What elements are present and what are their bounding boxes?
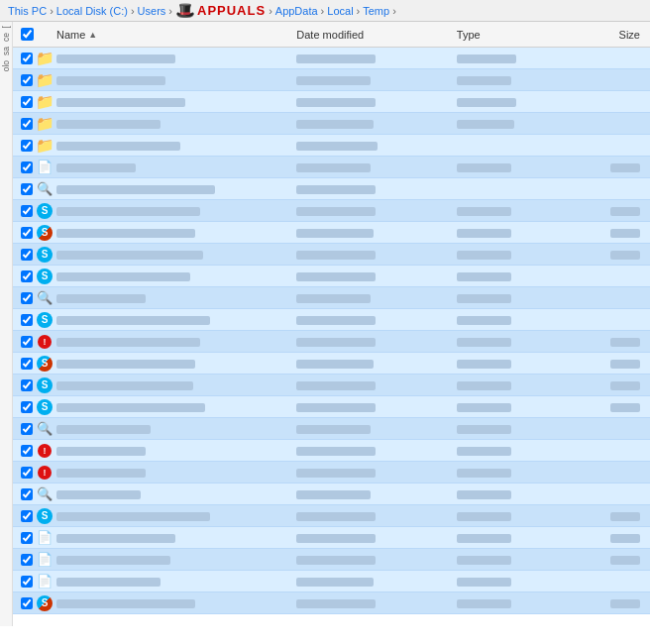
red-circle-icon: ! bbox=[36, 464, 54, 482]
col-date-header[interactable]: Date modified bbox=[296, 29, 457, 41]
row-checkbox[interactable] bbox=[21, 270, 33, 282]
row-checkbox[interactable] bbox=[21, 576, 33, 588]
row-checkbox[interactable] bbox=[21, 249, 33, 261]
row-name-cell bbox=[53, 554, 296, 566]
row-check-cell: S bbox=[17, 507, 53, 525]
table-row[interactable]: 📄 bbox=[13, 527, 650, 549]
table-row[interactable]: 🔍 bbox=[13, 287, 650, 309]
table-row[interactable]: S bbox=[13, 375, 650, 396]
row-name-cell bbox=[53, 379, 296, 391]
skype-multi-icon: S bbox=[36, 224, 54, 242]
row-check-cell: S bbox=[17, 398, 53, 416]
row-checkbox[interactable] bbox=[21, 488, 33, 500]
table-row[interactable]: S bbox=[13, 353, 650, 375]
sep4: › bbox=[269, 5, 272, 17]
row-check-cell: S bbox=[17, 268, 53, 285]
row-checkbox[interactable] bbox=[21, 554, 33, 566]
row-checkbox[interactable] bbox=[21, 314, 33, 326]
row-checkbox[interactable] bbox=[21, 161, 33, 173]
table-row[interactable]: 📁 bbox=[13, 48, 650, 69]
table-row[interactable]: S bbox=[13, 266, 650, 287]
row-type-cell bbox=[457, 292, 577, 304]
table-row[interactable]: 🔍 bbox=[13, 418, 650, 440]
row-type-cell bbox=[457, 314, 577, 326]
row-size-cell bbox=[577, 249, 646, 261]
row-checkbox[interactable] bbox=[21, 336, 33, 348]
breadcrumb-users[interactable]: Users bbox=[138, 5, 166, 17]
row-name-cell bbox=[53, 183, 296, 195]
table-row[interactable]: ! bbox=[13, 331, 650, 353]
table-row[interactable]: 📄 bbox=[13, 157, 650, 178]
row-checkbox[interactable] bbox=[21, 118, 33, 130]
table-row[interactable]: ! bbox=[13, 440, 650, 462]
row-type-cell bbox=[457, 249, 577, 261]
row-name-cell bbox=[53, 74, 296, 86]
row-type-cell bbox=[457, 467, 577, 479]
table-row[interactable]: 🔍 bbox=[13, 483, 650, 505]
col-name-header[interactable]: Name ▲ bbox=[53, 29, 296, 41]
row-checkbox[interactable] bbox=[21, 74, 33, 86]
breadcrumb-localdisk[interactable]: Local Disk (C:) bbox=[56, 5, 128, 17]
row-type-cell bbox=[457, 205, 577, 217]
table-row[interactable]: 📄 bbox=[13, 549, 650, 571]
row-checkbox[interactable] bbox=[21, 597, 33, 609]
row-date-cell bbox=[296, 183, 457, 195]
select-all-checkbox[interactable] bbox=[21, 28, 34, 41]
breadcrumb-temp[interactable]: Temp bbox=[363, 5, 389, 17]
row-checkbox[interactable] bbox=[21, 140, 33, 152]
row-date-cell bbox=[296, 597, 457, 609]
row-checkbox[interactable] bbox=[21, 358, 33, 370]
table-row[interactable]: 📁 bbox=[13, 113, 650, 135]
row-checkbox[interactable] bbox=[21, 401, 33, 413]
doc-icon: 📄 bbox=[36, 573, 54, 590]
row-check-cell: 📄 bbox=[17, 551, 53, 569]
row-type-cell bbox=[457, 401, 577, 413]
table-row[interactable]: 📄 bbox=[13, 571, 650, 592]
row-checkbox[interactable] bbox=[21, 423, 33, 435]
row-checkbox[interactable] bbox=[21, 532, 33, 544]
breadcrumb-local[interactable]: Local bbox=[327, 5, 353, 17]
table-row[interactable]: S bbox=[13, 222, 650, 244]
row-name-cell bbox=[53, 270, 296, 282]
row-checkbox[interactable] bbox=[21, 379, 33, 391]
sep6: › bbox=[357, 5, 361, 17]
table-row[interactable]: S bbox=[13, 309, 650, 331]
table-row[interactable]: S bbox=[13, 396, 650, 418]
sep3: › bbox=[168, 5, 172, 17]
search-icon: 🔍 bbox=[36, 420, 54, 438]
table-row[interactable]: 🔍 bbox=[13, 178, 650, 200]
table-row[interactable]: S bbox=[13, 200, 650, 222]
row-check-cell: S bbox=[17, 246, 53, 264]
table-row[interactable]: 📁 bbox=[13, 135, 650, 157]
row-checkbox[interactable] bbox=[21, 183, 33, 195]
table-row[interactable]: S bbox=[13, 592, 650, 614]
row-date-cell bbox=[296, 140, 457, 152]
table-row[interactable]: 📁 bbox=[13, 69, 650, 91]
row-checkbox[interactable] bbox=[21, 205, 33, 217]
row-checkbox[interactable] bbox=[21, 292, 33, 304]
row-size-cell bbox=[577, 510, 646, 522]
col-type-header[interactable]: Type bbox=[457, 29, 577, 41]
file-icon: 📄 bbox=[36, 159, 54, 176]
row-checkbox[interactable] bbox=[21, 445, 33, 457]
folder-icon: 📁 bbox=[36, 50, 54, 67]
breadcrumb-appdata[interactable]: AppData bbox=[275, 5, 318, 17]
table-row[interactable]: 📁 bbox=[13, 91, 650, 113]
table-row[interactable]: S bbox=[13, 505, 650, 527]
row-size-cell bbox=[577, 358, 646, 370]
col-check-header[interactable] bbox=[17, 28, 53, 41]
row-check-cell: ! bbox=[17, 464, 53, 482]
table-row[interactable]: S bbox=[13, 244, 650, 266]
breadcrumb-thispc[interactable]: This PC bbox=[8, 5, 47, 17]
row-checkbox[interactable] bbox=[21, 467, 33, 479]
row-date-cell bbox=[296, 336, 457, 348]
row-checkbox[interactable] bbox=[21, 227, 33, 239]
col-size-header[interactable]: Size bbox=[577, 29, 646, 41]
row-checkbox[interactable] bbox=[21, 510, 33, 522]
row-checkbox[interactable] bbox=[21, 53, 33, 64]
row-check-cell: S bbox=[17, 311, 53, 329]
row-name-cell bbox=[53, 488, 296, 500]
skype-icon: S bbox=[36, 398, 54, 416]
table-row[interactable]: ! bbox=[13, 462, 650, 483]
row-checkbox[interactable] bbox=[21, 96, 33, 108]
